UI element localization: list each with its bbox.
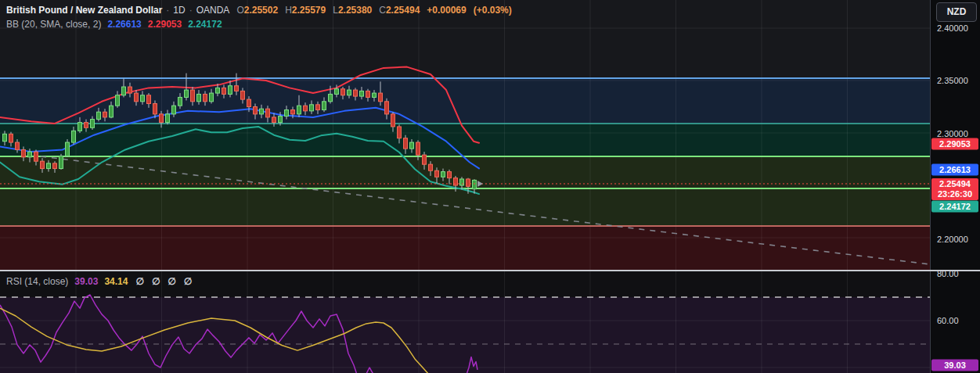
support-resistance-zones [0,78,930,270]
change-percent: (+0.03%) [474,5,512,16]
bb-indicator-row: BB (20, SMA, close, 2)2.266132.290532.24… [6,17,512,31]
exchange-label[interactable]: OANDA [196,5,230,16]
bb-basis-value: 2.26613 [107,19,141,30]
price-badge: 2.26613 [931,164,978,176]
tradingview-chart-window: NZD 2.400002.350002.300002.2000080.0060.… [0,0,980,373]
open-value: 2.25502 [244,5,278,16]
bb-lower-value: 2.24172 [188,19,222,30]
pane-divider[interactable] [0,270,980,271]
separator-dot: · [189,5,193,16]
rsi-empty-values: ∅ ∅ ∅ ∅ [135,276,192,287]
price-badge: 2.29053 [931,138,978,150]
axis-label: 2.20000 [937,235,968,244]
price-badge: 2.24172 [931,201,978,213]
high-value: 2.25579 [292,5,326,16]
change-value: +0.00069 [427,5,466,16]
axis-label: 2.30000 [937,129,968,138]
price-axis[interactable]: NZD 2.400002.350002.300002.2000080.0060.… [930,0,980,373]
price-badge: 2.25494 23:26:30 [931,178,978,200]
main-legend: British Pound / New Zealand Dollar·1D·OA… [6,3,512,31]
interval-label[interactable]: 1D [173,5,185,16]
axis-label: 2.40000 [937,23,968,33]
symbol-ohlc-row: British Pound / New Zealand Dollar·1D·OA… [6,3,512,17]
rsi-ma-value: 34.14 [104,276,128,287]
low-key: L [333,5,338,16]
rsi-value: 39.03 [74,276,98,287]
close-key: C [379,5,386,16]
rsi-band-fill [0,297,930,373]
price-badge: 39.03 [931,360,978,371]
axis-label: 2.35000 [937,76,968,85]
currency-toggle-button[interactable]: NZD [936,2,977,22]
open-key: O [236,5,243,16]
bb-upper-value: 2.29053 [148,19,182,30]
bb-indicator-label[interactable]: BB (20, SMA, close, 2) [6,19,101,30]
rsi-legend: RSI (14, close)39.0334.14∅ ∅ ∅ ∅ [6,276,192,287]
separator-dot: · [166,5,169,16]
low-value: 2.25380 [338,5,372,16]
rsi-indicator-label[interactable]: RSI (14, close) [6,276,68,287]
symbol-title[interactable]: British Pound / New Zealand Dollar [6,5,162,16]
main-price-pane[interactable] [0,0,930,271]
axis-label: 60.00 [937,316,959,325]
high-key: H [285,5,292,16]
close-value: 2.25494 [386,5,420,16]
